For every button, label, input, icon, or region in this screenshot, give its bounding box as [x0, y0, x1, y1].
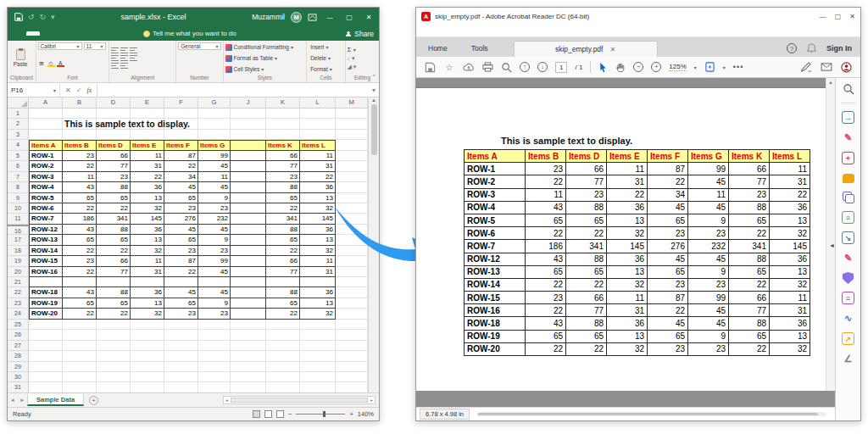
- grid-cell[interactable]: [164, 330, 198, 340]
- grid-cell[interactable]: [231, 161, 266, 171]
- grid-cell[interactable]: 45: [198, 182, 231, 192]
- row-header-1[interactable]: 1: [8, 108, 29, 119]
- column-header-D[interactable]: D: [97, 97, 131, 108]
- grid-cell[interactable]: 77: [97, 267, 131, 277]
- select-all-corner[interactable]: [8, 97, 29, 108]
- measure-icon[interactable]: ∠: [842, 353, 854, 365]
- grid-cell[interactable]: 65: [266, 235, 300, 245]
- grid-cell[interactable]: [97, 362, 131, 372]
- ribbon-tab[interactable]: [94, 31, 108, 36]
- grid-cell[interactable]: [97, 130, 131, 140]
- grid-cell[interactable]: 45: [198, 225, 231, 235]
- grid-cell[interactable]: ROW-2: [29, 161, 63, 171]
- grid-cell[interactable]: ROW-3: [29, 172, 63, 182]
- share-button[interactable]: Share: [345, 30, 374, 38]
- tab-home[interactable]: Home: [416, 40, 459, 57]
- fill-color-icon[interactable]: ◇: [47, 60, 55, 67]
- grid-cell[interactable]: 45: [164, 225, 198, 235]
- grid-cell[interactable]: [97, 320, 131, 330]
- grid-cell[interactable]: ROW-5: [29, 193, 63, 203]
- grid-cell[interactable]: [231, 119, 266, 129]
- grid-cell[interactable]: ROW-14: [29, 246, 63, 256]
- grid-cell[interactable]: [63, 330, 97, 340]
- number-format-select[interactable]: General▾: [178, 42, 220, 50]
- grid-cell[interactable]: 23: [97, 172, 131, 182]
- grid-cell[interactable]: ROW-4: [29, 182, 63, 192]
- close-document-tab-icon[interactable]: ✕: [609, 46, 615, 53]
- grid-cell[interactable]: [231, 246, 266, 256]
- grid-cell[interactable]: [131, 277, 164, 287]
- grid-cell[interactable]: [63, 277, 97, 287]
- grid-cell[interactable]: 66: [97, 151, 131, 161]
- fill-sign-icon[interactable]: ✎: [842, 252, 854, 264]
- grid-cell[interactable]: 13: [131, 298, 164, 309]
- row-header-24[interactable]: 24: [8, 309, 29, 319]
- grid-cell[interactable]: Items B: [63, 140, 97, 150]
- grid-cell[interactable]: 13: [131, 235, 164, 245]
- ribbon-tab[interactable]: [108, 31, 121, 36]
- page-number-input[interactable]: 1: [555, 62, 567, 73]
- grid-cell[interactable]: [336, 108, 368, 119]
- grid-cell[interactable]: Items A: [29, 140, 63, 150]
- grid-cell[interactable]: [266, 341, 300, 351]
- grid-cell[interactable]: 22: [164, 161, 198, 171]
- grid-cell[interactable]: [29, 382, 63, 392]
- undo-icon[interactable]: ↺: [28, 13, 35, 21]
- clear-button[interactable]: ◢ ▾: [348, 64, 377, 70]
- zoom-in-icon[interactable]: +: [651, 62, 661, 72]
- grid-cell[interactable]: 99: [198, 256, 231, 266]
- grid-cell[interactable]: [198, 362, 231, 372]
- grid-cell[interactable]: 77: [266, 267, 300, 277]
- grid-cell[interactable]: 11: [63, 172, 97, 182]
- column-header-M[interactable]: M: [336, 97, 368, 108]
- grid-cell[interactable]: 77: [97, 161, 131, 171]
- row-header-31[interactable]: 31: [8, 382, 29, 392]
- grid-cell[interactable]: 22: [63, 246, 97, 256]
- formula-bar-expand-icon[interactable]: ▾: [369, 86, 379, 94]
- grid-cell[interactable]: 88: [266, 225, 300, 235]
- grid-cell[interactable]: [231, 309, 266, 319]
- borders-icon[interactable]: ⊞: [38, 60, 46, 67]
- row-header-25[interactable]: 25: [8, 320, 29, 330]
- grid-cell[interactable]: [29, 108, 63, 119]
- grid-cell[interactable]: [198, 341, 231, 351]
- sign-pen-icon[interactable]: [800, 62, 812, 72]
- notifications-bell-icon[interactable]: [807, 43, 816, 53]
- grid-cell[interactable]: [29, 130, 63, 140]
- grid-cell[interactable]: 23: [164, 203, 198, 214]
- grid-cell[interactable]: [231, 151, 266, 161]
- tab-document[interactable]: skip_empty.pdf ✕: [514, 41, 658, 57]
- grid-cell[interactable]: 32: [131, 309, 164, 319]
- grid-cell[interactable]: 43: [63, 182, 97, 192]
- grid-cell[interactable]: 22: [63, 267, 97, 277]
- grid-cell[interactable]: 11: [198, 172, 231, 182]
- h-scrollbar-thumb[interactable]: [231, 398, 368, 403]
- enter-icon[interactable]: ✓: [76, 86, 82, 94]
- grid-cell[interactable]: [164, 351, 198, 361]
- tell-me-box[interactable]: Tell me what you want to do: [143, 30, 236, 37]
- grid-cell[interactable]: ROW-15: [29, 256, 63, 266]
- zoom-dropdown-icon[interactable]: ▾: [694, 64, 697, 70]
- grid-cell[interactable]: [266, 320, 300, 330]
- grid-cell[interactable]: ROW-16: [29, 267, 63, 277]
- previous-page-icon[interactable]: ↑: [520, 62, 530, 72]
- grid-cell[interactable]: [231, 193, 266, 203]
- grid-cell[interactable]: ROW-19: [29, 298, 63, 309]
- stamp-icon[interactable]: ≡: [842, 292, 854, 304]
- grid-cell[interactable]: Items F: [164, 140, 198, 150]
- grid-cell[interactable]: [29, 277, 63, 287]
- grid-cell[interactable]: 31: [300, 161, 336, 171]
- grid-cell[interactable]: [231, 235, 266, 245]
- grid-cell[interactable]: 36: [131, 225, 164, 235]
- grid-cell[interactable]: [336, 298, 368, 309]
- zoom-level[interactable]: 140%: [358, 410, 374, 418]
- grid-cell[interactable]: [300, 341, 336, 351]
- signature-icon[interactable]: ∿: [842, 312, 854, 325]
- row-header-28[interactable]: 28: [8, 351, 29, 361]
- grid-cell[interactable]: [198, 130, 231, 140]
- grid-cell[interactable]: [63, 341, 97, 351]
- grid-cell[interactable]: [131, 130, 164, 140]
- row-header-30[interactable]: 30: [8, 372, 29, 382]
- ribbon-tab[interactable]: [26, 31, 40, 36]
- grid-cell[interactable]: Items L: [300, 140, 336, 150]
